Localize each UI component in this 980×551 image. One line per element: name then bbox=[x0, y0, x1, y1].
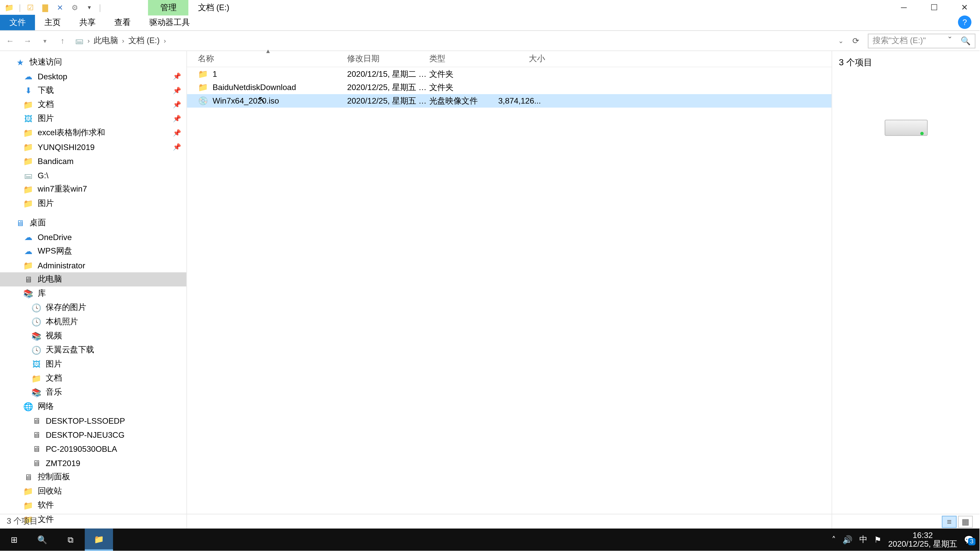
search-input[interactable]: 搜索"文档 (E:)" 🔍 bbox=[868, 33, 975, 48]
nav-item-label: Desktop bbox=[38, 72, 67, 81]
close-button[interactable]: ✕ bbox=[949, 0, 980, 15]
pc-icon: 🖥 bbox=[31, 415, 41, 426]
nav-desktop-item[interactable]: 🖥PC-20190530OBLA bbox=[0, 442, 186, 456]
nav-quick-item[interactable]: 🖼图片📌 bbox=[0, 112, 186, 126]
nav-desktop-item[interactable]: 🖥DESKTOP-LSSOEDP bbox=[0, 413, 186, 427]
nav-quick-item[interactable]: 📁YUNQISHI2019📌 bbox=[0, 140, 186, 154]
help-icon[interactable]: ? bbox=[958, 16, 972, 29]
qat-close-icon[interactable]: ✕ bbox=[55, 2, 65, 13]
taskbar-explorer-button[interactable]: 📁 bbox=[85, 529, 113, 551]
nav-quick-item[interactable]: 🖴G:\ bbox=[0, 168, 186, 182]
address-dropdown-icon[interactable]: ⌄ bbox=[838, 37, 843, 44]
breadcrumb-drive[interactable]: 文档 (E:) bbox=[127, 34, 161, 48]
nav-desktop-item[interactable]: 🖥控制面板 bbox=[0, 470, 186, 484]
maximize-button[interactable]: ☐ bbox=[919, 0, 950, 15]
nav-desktop-item[interactable]: 📚视频 bbox=[0, 329, 186, 343]
fld-icon: 📁 bbox=[23, 198, 34, 209]
dsk-icon: ☁ bbox=[23, 71, 34, 82]
nav-desktop-item[interactable]: 📚音乐 bbox=[0, 385, 186, 399]
refresh-button[interactable]: ⟳ bbox=[849, 36, 862, 45]
taskbar-search-button[interactable]: 🔍 bbox=[28, 529, 57, 551]
column-type[interactable]: 类型 bbox=[429, 51, 498, 67]
nav-back-button[interactable]: ← bbox=[4, 36, 16, 45]
nav-quick-item[interactable]: 📁win7重装win7 bbox=[0, 182, 186, 196]
ribbon-tab-drive-tools[interactable]: 驱动器工具 bbox=[140, 15, 199, 30]
nav-desktop-root[interactable]: 🖥桌面 bbox=[0, 216, 186, 230]
file-row[interactable]: 💿Win7x64_2020.iso2020/12/25, 星期五 1...光盘映… bbox=[187, 94, 832, 108]
taskview-icon: ⧉ bbox=[68, 535, 74, 545]
drive-large-icon bbox=[880, 116, 931, 141]
nav-desktop-item[interactable]: 🖥DESKTOP-NJEU3CG bbox=[0, 427, 186, 441]
nav-quick-item[interactable]: 📁excel表格制作求和📌 bbox=[0, 126, 186, 140]
nav-up-button[interactable]: ↑ bbox=[56, 36, 68, 45]
search-icon[interactable]: 🔍 bbox=[961, 36, 971, 45]
nav-desktop-item[interactable]: 🕓本机照片 bbox=[0, 315, 186, 329]
nav-desktop-item[interactable]: 🕓保存的图片 bbox=[0, 300, 186, 314]
desktop-icon: 🖥 bbox=[15, 218, 25, 228]
qat-dropdown-icon[interactable]: ▾ bbox=[84, 2, 95, 13]
task-view-button[interactable]: ⧉ bbox=[56, 529, 85, 551]
nav-desktop-item[interactable]: 🖥此电脑 bbox=[0, 272, 186, 286]
chevron-right-icon[interactable]: › bbox=[88, 37, 90, 44]
minimize-button[interactable]: ─ bbox=[889, 0, 919, 15]
nav-tree[interactable]: ★快速访问 ☁Desktop📌⬇下载📌📁文档📌🖼图片📌📁excel表格制作求和📌… bbox=[0, 51, 187, 529]
pc-icon: 🖥 bbox=[31, 429, 41, 440]
nav-desktop-item[interactable]: 🖼图片 bbox=[0, 357, 186, 371]
tray-flag-icon[interactable]: ⚑ bbox=[874, 535, 881, 545]
tray-volume-icon[interactable]: 🔊 bbox=[842, 535, 853, 545]
nav-desktop-item[interactable]: 🖥ZMT2019 bbox=[0, 456, 186, 470]
chevron-right-icon[interactable]: › bbox=[122, 37, 124, 44]
nav-item-label: Bandicam bbox=[38, 156, 74, 166]
qat-gear-icon[interactable]: ⚙ bbox=[69, 2, 80, 13]
nav-quick-item[interactable]: ☁Desktop📌 bbox=[0, 69, 186, 83]
start-button[interactable]: ⊞ bbox=[0, 529, 28, 551]
fld-icon: 📁 bbox=[23, 141, 34, 152]
breadcrumb-pc[interactable]: 此电脑 bbox=[92, 34, 119, 48]
nav-quick-access[interactable]: ★快速访问 bbox=[0, 55, 186, 69]
tray-ime-indicator[interactable]: 中 bbox=[859, 534, 867, 545]
action-center-button[interactable]: 💬 3 bbox=[964, 535, 974, 545]
qat-folder-icon[interactable]: ▇ bbox=[40, 2, 51, 13]
preview-pane: 3 个项目 bbox=[832, 51, 980, 529]
nav-desktop-item[interactable]: ☁WPS网盘 bbox=[0, 244, 186, 258]
pc-icon: 🖥 bbox=[31, 457, 41, 468]
ribbon-tab-view[interactable]: 查看 bbox=[105, 15, 140, 30]
ribbon-tab-file[interactable]: 文件 bbox=[0, 15, 35, 30]
pin-icon: 📌 bbox=[173, 129, 181, 137]
file-row[interactable]: 📁BaiduNetdiskDownload2020/12/25, 星期五 1..… bbox=[187, 81, 832, 94]
net-icon: 🌐 bbox=[23, 401, 34, 412]
view-icons-button[interactable]: ▦ bbox=[958, 515, 973, 527]
tray-overflow-icon[interactable]: ˄ bbox=[832, 535, 836, 545]
file-row[interactable]: 📁12020/12/15, 星期二 1...文件夹 bbox=[187, 67, 832, 81]
qat-checkbox-icon[interactable]: ☑ bbox=[25, 2, 36, 13]
ribbon: 文件 主页 共享 查看 驱动器工具 ⌄ ? bbox=[0, 15, 980, 31]
nav-quick-item[interactable]: 📁文档📌 bbox=[0, 97, 186, 111]
nav-desktop-item[interactable]: 📁软件 bbox=[0, 498, 186, 512]
column-name[interactable]: 名称▲ bbox=[198, 51, 347, 67]
nav-quick-item[interactable]: 📁图片 bbox=[0, 197, 186, 210]
nav-recent-dropdown[interactable]: ▾ bbox=[39, 37, 51, 44]
nav-desktop-item[interactable]: 🕓天翼云盘下载 bbox=[0, 343, 186, 357]
nav-quick-item[interactable]: ⬇下载📌 bbox=[0, 83, 186, 97]
nav-desktop-item[interactable]: ☁OneDrive bbox=[0, 230, 186, 244]
nav-forward-button[interactable]: → bbox=[21, 36, 33, 45]
nav-desktop-item[interactable]: 🌐网络 bbox=[0, 400, 186, 413]
tray-clock[interactable]: 16:32 2020/12/25, 星期五 bbox=[888, 531, 957, 548]
nav-desktop-item[interactable]: 📁Administrator bbox=[0, 258, 186, 272]
ribbon-tab-share[interactable]: 共享 bbox=[70, 15, 105, 30]
fld-icon: 📁 bbox=[31, 373, 41, 384]
dsk-icon: ☁ bbox=[23, 246, 34, 256]
view-details-button[interactable]: ≡ bbox=[942, 515, 956, 527]
nav-desktop-item[interactable]: 📁回收站 bbox=[0, 484, 186, 498]
nav-quick-item[interactable]: 📁Bandicam bbox=[0, 154, 186, 168]
nav-desktop-item[interactable]: 📁文档 bbox=[0, 371, 186, 385]
lib-icon: 📚 bbox=[23, 288, 34, 299]
column-date[interactable]: 修改日期 bbox=[347, 51, 429, 67]
ribbon-tab-home[interactable]: 主页 bbox=[35, 15, 70, 30]
nav-desktop-item[interactable]: 📚库 bbox=[0, 286, 186, 300]
column-size[interactable]: 大小 bbox=[498, 51, 545, 67]
breadcrumb[interactable]: 🖴 › 此电脑 › 文档 (E:) › ⌄ bbox=[74, 34, 844, 48]
context-tab-manage[interactable]: 管理 bbox=[148, 0, 189, 15]
chevron-right-icon[interactable]: › bbox=[164, 37, 166, 44]
nav-item-label: DESKTOP-LSSOEDP bbox=[46, 416, 125, 425]
